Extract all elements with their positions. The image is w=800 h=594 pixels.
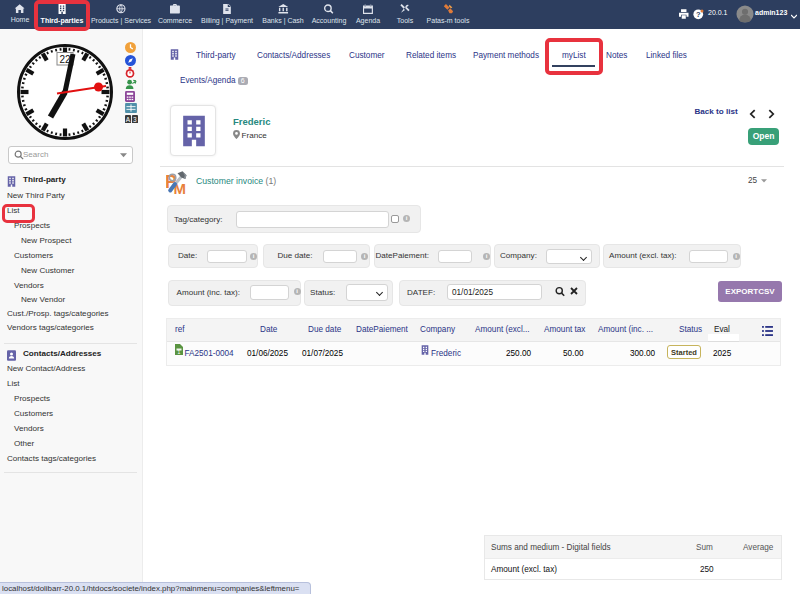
svg-text:A: A	[126, 115, 131, 122]
svg-text:?: ?	[696, 10, 701, 19]
svg-text:3: 3	[133, 115, 137, 122]
svg-text:1: 1	[178, 349, 181, 355]
